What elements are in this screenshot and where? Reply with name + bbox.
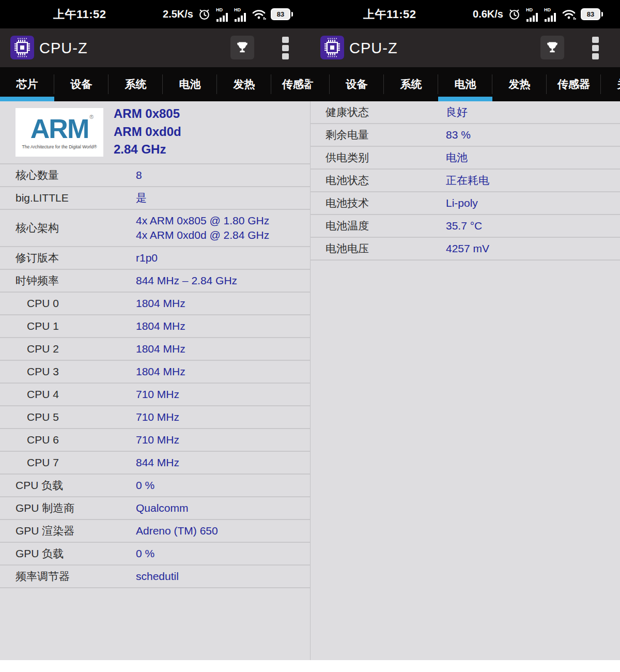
- row-label: GPU 渲染器: [0, 524, 136, 538]
- row-value: 710 MHz: [136, 384, 310, 405]
- tab[interactable]: 芯片: [0, 67, 54, 101]
- tab[interactable]: 发热: [217, 67, 271, 101]
- row-label: CPU 负载: [0, 478, 136, 493]
- info-row: GPU 渲染器 Adreno (TM) 650: [0, 520, 310, 543]
- tab-label: 关于: [617, 77, 620, 91]
- row-label: GPU 制造商: [0, 501, 136, 515]
- tab[interactable]: 发热: [492, 67, 547, 101]
- row-label: 电池电压: [310, 241, 446, 256]
- svg-text:HD: HD: [216, 7, 223, 12]
- chip-content: ARM® The Architecture for the Digital Wo…: [0, 101, 310, 588]
- row-label: CPU 1: [0, 319, 136, 333]
- tab-label: 发热: [509, 77, 531, 91]
- tab[interactable]: 电池: [438, 67, 492, 101]
- tab-label: 芯片: [310, 77, 314, 91]
- tab[interactable]: 芯片: [310, 67, 330, 101]
- tab-label: 芯片: [17, 77, 38, 91]
- screen: 上午11:52 2.5K/s HD HD 83: [0, 0, 620, 672]
- row-value: 0 %: [136, 475, 310, 496]
- panel-chip-screenshot: 上午11:52 2.5K/s HD HD 83: [0, 0, 310, 660]
- row-value: Adreno (TM) 650: [136, 520, 310, 542]
- tab[interactable]: 传感器: [271, 67, 310, 101]
- row-value: 良好: [446, 101, 620, 123]
- menu-dot: [592, 45, 599, 51]
- info-row: 电池温度 35.7 °C: [310, 215, 620, 238]
- menu-dot: [592, 37, 599, 43]
- app-title: CPU-Z: [39, 39, 88, 56]
- row-label: CPU 5: [0, 410, 136, 424]
- battery-content: 健康状态 良好 剩余电量 83 % 供电类别 电池 电池状态: [310, 101, 620, 261]
- info-row: CPU 2 1804 MHz: [0, 338, 310, 361]
- signal-hd-icon: HD: [544, 7, 557, 22]
- registered-mark: ®: [89, 114, 94, 120]
- arm-logo: ARM® The Architecture for the Digital Wo…: [16, 108, 103, 157]
- info-row: big.LITTLE 是: [0, 187, 310, 210]
- tab[interactable]: 系统: [384, 67, 438, 101]
- svg-text:HD: HD: [526, 7, 533, 12]
- row-label: 时钟频率: [0, 273, 136, 288]
- tab[interactable]: 传感器: [547, 67, 601, 101]
- battery-nub: [291, 12, 293, 17]
- overflow-menu-button[interactable]: [282, 37, 289, 59]
- row-label: 核心数量: [0, 168, 136, 182]
- row-value: 710 MHz: [136, 406, 310, 428]
- menu-dot: [282, 45, 289, 51]
- row-label: CPU 2: [0, 342, 136, 356]
- status-bar: 上午11:52 0.6K/s HD HD 83: [310, 0, 620, 28]
- row-label: 电池状态: [310, 173, 446, 188]
- chip-summary: ARM 0x805 ARM 0xd0d 2.84 GHz: [114, 105, 181, 159]
- row-label: 频率调节器: [0, 569, 136, 584]
- info-row: 健康状态 良好: [310, 101, 620, 124]
- arm-logo-tagline: The Architecture for the Digital World®: [22, 144, 97, 149]
- tab-label: 传感器: [282, 77, 310, 91]
- info-row: 电池状态 正在耗电: [310, 170, 620, 192]
- tab-bar: 芯片 设备 系统 电池: [310, 67, 620, 101]
- signal-hd-icon: HD: [215, 7, 229, 22]
- menu-dot: [592, 53, 599, 59]
- tab[interactable]: 关于: [601, 67, 620, 101]
- tab[interactable]: 系统: [109, 67, 163, 101]
- tab-label: 系统: [125, 77, 147, 91]
- info-row: CPU 5 710 MHz: [0, 406, 310, 429]
- row-label: 电池温度: [310, 219, 446, 233]
- row-value: 是: [136, 187, 310, 209]
- app-bar: CPU-Z: [310, 28, 620, 67]
- info-row: CPU 6 710 MHz: [0, 429, 310, 452]
- row-label: 核心架构: [0, 221, 136, 235]
- row-value: 1804 MHz: [136, 338, 310, 360]
- row-value: 4257 mV: [446, 238, 620, 259]
- app-title: CPU-Z: [349, 39, 398, 56]
- tab[interactable]: 设备: [330, 67, 384, 101]
- network-speed: 2.5K/s: [163, 8, 193, 20]
- row-value: 35.7 °C: [446, 215, 620, 237]
- row-label: 修订版本: [0, 251, 136, 265]
- info-row: CPU 负载 0 %: [0, 475, 310, 497]
- arm-logo-text: ARM®: [30, 115, 88, 142]
- info-row: CPU 4 710 MHz: [0, 384, 310, 406]
- info-row: GPU 制造商 Qualcomm: [0, 497, 310, 520]
- network-speed: 0.6K/s: [473, 8, 503, 20]
- row-value: r1p0: [136, 247, 310, 269]
- row-value: schedutil: [136, 566, 310, 587]
- tab[interactable]: 电池: [163, 67, 217, 101]
- chip-model-line: ARM 0xd0d: [114, 123, 181, 141]
- tab-label: 系统: [400, 77, 422, 91]
- info-row: CPU 3 1804 MHz: [0, 361, 310, 384]
- tab[interactable]: 设备: [54, 67, 109, 101]
- overflow-menu-button[interactable]: [592, 37, 599, 59]
- tab-label: 设备: [71, 77, 92, 91]
- benchmark-trophy-button[interactable]: [230, 36, 254, 59]
- benchmark-trophy-button[interactable]: [540, 36, 564, 59]
- row-label: 健康状态: [310, 105, 446, 119]
- wifi-icon: [562, 8, 576, 21]
- info-row: 核心架构 4x ARM 0x805 @ 1.80 GHz 4x ARM 0xd0…: [0, 210, 310, 247]
- row-value: 1804 MHz: [136, 293, 310, 314]
- app-bar: CPU-Z: [0, 28, 310, 67]
- row-value: 8: [136, 164, 310, 186]
- info-row: 剩余电量 83 %: [310, 124, 620, 147]
- row-label: CPU 7: [0, 455, 136, 470]
- chip-model-line: ARM 0x805: [114, 105, 181, 123]
- row-value: 正在耗电: [446, 170, 620, 191]
- tab-label: 电池: [179, 77, 201, 91]
- info-row: 电池技术 Li-poly: [310, 192, 620, 215]
